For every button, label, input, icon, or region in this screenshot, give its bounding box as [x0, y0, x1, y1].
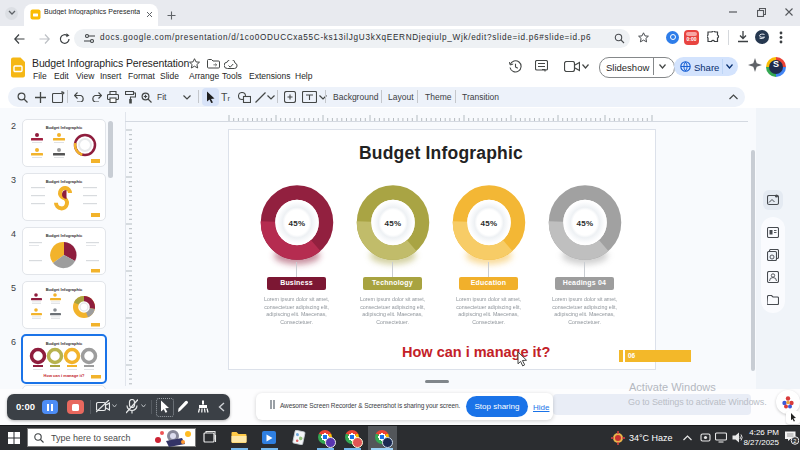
svg-text:How can i manage it?: How can i manage it?: [44, 373, 85, 378]
svg-text:45%: 45%: [385, 219, 402, 228]
svg-text:Budget Infographic: Budget Infographic: [46, 179, 83, 184]
svg-text:Budget Infographic: Budget Infographic: [46, 287, 83, 292]
svg-text:Budget Infographic: Budget Infographic: [46, 341, 83, 346]
svg-text:Budget Infographic: Budget Infographic: [46, 125, 83, 130]
svg-text:45%: 45%: [289, 219, 306, 228]
svg-text:Budget Infographic: Budget Infographic: [46, 233, 83, 238]
svg-text:45%: 45%: [577, 219, 594, 228]
svg-text:45%: 45%: [481, 219, 498, 228]
svg-text:2: 2: [793, 438, 796, 444]
